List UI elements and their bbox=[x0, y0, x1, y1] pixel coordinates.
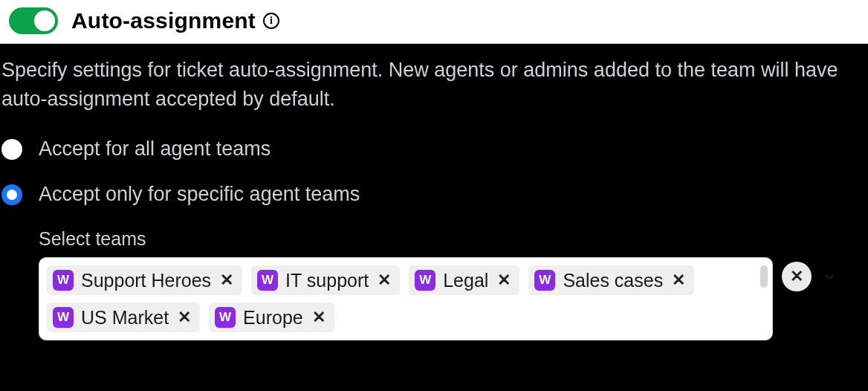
team-chip-label: Legal bbox=[443, 270, 488, 291]
team-chip: WIT support✕ bbox=[251, 265, 400, 295]
remove-chip-button[interactable]: ✕ bbox=[496, 271, 512, 290]
radio-option-all-teams[interactable]: Accept for all agent teams bbox=[0, 138, 868, 161]
description-text: Specify settings for ticket auto-assignm… bbox=[0, 44, 868, 114]
team-chip-icon: W bbox=[53, 307, 74, 328]
auto-assignment-toggle[interactable] bbox=[9, 7, 58, 34]
team-chip-icon: W bbox=[215, 307, 236, 328]
team-chip: WSupport Heroes✕ bbox=[47, 265, 242, 295]
scrollbar-thumb[interactable] bbox=[760, 265, 768, 288]
page-title-text: Auto-assignment bbox=[71, 8, 256, 33]
team-chip-label: IT support bbox=[285, 270, 369, 291]
page-title: Auto-assignment i bbox=[71, 8, 279, 33]
remove-chip-button[interactable]: ✕ bbox=[670, 271, 687, 290]
radio-input-specific-teams[interactable] bbox=[1, 184, 22, 205]
dropdown-toggle[interactable] bbox=[820, 268, 838, 285]
clear-selection-button[interactable]: ✕ bbox=[782, 262, 812, 291]
team-chip-label: Support Heroes bbox=[81, 270, 211, 291]
remove-chip-button[interactable]: ✕ bbox=[218, 271, 235, 290]
select-teams-label: Select teams bbox=[39, 228, 868, 250]
team-chip-icon: W bbox=[257, 270, 278, 291]
team-chip: WEurope✕ bbox=[209, 303, 334, 332]
radio-option-specific-teams[interactable]: Accept only for specific agent teams bbox=[0, 183, 868, 206]
team-chip: WUS Market✕ bbox=[47, 303, 200, 332]
team-chip-icon: W bbox=[53, 270, 74, 291]
team-chip: WLegal✕ bbox=[409, 265, 519, 295]
team-chip-label: US Market bbox=[81, 307, 169, 329]
select-teams-row: WSupport Heroes✕WIT support✕WLegal✕WSale… bbox=[39, 257, 868, 340]
header-bar: Auto-assignment i bbox=[0, 0, 868, 44]
remove-chip-button[interactable]: ✕ bbox=[376, 271, 392, 290]
remove-chip-button[interactable]: ✕ bbox=[311, 308, 327, 327]
remove-chip-button[interactable]: ✕ bbox=[176, 308, 192, 327]
team-chip-icon: W bbox=[415, 270, 435, 291]
radio-input-all-teams[interactable] bbox=[1, 139, 22, 160]
toggle-knob bbox=[34, 10, 55, 31]
team-chip: WSales cases✕ bbox=[528, 265, 694, 295]
team-chip-label: Sales cases bbox=[563, 270, 663, 291]
radio-label-all-teams: Accept for all agent teams bbox=[39, 138, 271, 161]
select-teams-input[interactable]: WSupport Heroes✕WIT support✕WLegal✕WSale… bbox=[39, 257, 773, 340]
team-chip-label: Europe bbox=[243, 307, 303, 329]
info-icon[interactable]: i bbox=[263, 13, 279, 29]
radio-label-specific-teams: Accept only for specific agent teams bbox=[39, 183, 360, 206]
chevron-down-icon bbox=[823, 270, 836, 283]
team-chip-icon: W bbox=[534, 270, 555, 291]
radio-group: Accept for all agent teams Accept only f… bbox=[0, 138, 868, 206]
